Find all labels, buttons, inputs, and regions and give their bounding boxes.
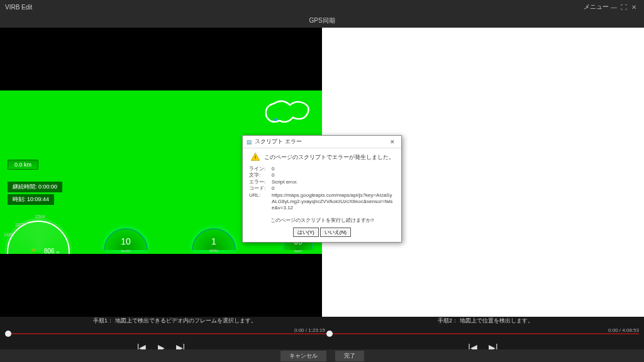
compass-gauge: 2344 1400 1875 W 806 m (4, 211, 73, 254)
time-left: 0:00 / 1:23:15 (294, 327, 325, 333)
warning-icon: ! (250, 152, 260, 162)
distance-badge: 0.0 km (8, 160, 38, 170)
dialog-no-button[interactable]: いいえ(N) (320, 228, 351, 237)
dialog-close-icon[interactable]: ✕ (387, 139, 397, 145)
time-right: 0:00 / 4:08:53 (608, 327, 639, 333)
page-title: GPS同期 (0, 14, 644, 28)
timeline-handle-left[interactable] (5, 331, 11, 337)
minimize-icon[interactable]: — (609, 4, 619, 11)
svg-text:!: ! (254, 155, 255, 160)
script-error-dialog: ▤ スクリプト エラー ✕ ! このページのスクリプトでエラーが発生しました。 … (242, 135, 402, 243)
done-button[interactable]: 完了 (335, 351, 364, 361)
duration-stat: 継続時間: 0:00:00 (8, 182, 62, 192)
page-icon: ▤ (247, 139, 252, 145)
timeline[interactable]: 0:00 / 1:23:15 0:00 / 4:08:53 (5, 329, 639, 338)
title-bar: VIRB Edit メニュー — ⛶ ✕ (0, 0, 644, 14)
dialog-question: このページのスクリプトを実行し続けますか? (249, 217, 395, 224)
error-details: ライン:0 文字:0 エラー:Script error. コード:0 URL:h… (249, 166, 395, 212)
timeline-handle-mid[interactable] (326, 331, 333, 337)
cancel-button[interactable]: キャンセル (280, 351, 326, 361)
dialog-message: このページのスクリプトでエラーが発生しました。 (264, 153, 394, 162)
close-icon[interactable]: ✕ (629, 4, 639, 11)
dialog-title: スクリプト エラー (255, 138, 387, 146)
speed-gauge: 10 km/H (101, 217, 151, 254)
app-name: VIRB Edit (5, 4, 32, 11)
svg-point-0 (274, 118, 277, 121)
menu-label[interactable]: メニュー (584, 3, 609, 11)
gps-track-icon (259, 96, 316, 127)
time-stat: 時刻: 10:09:44 (8, 194, 54, 205)
instruction-step-2: 手順2： 地図上で位置を検出します。 (438, 317, 533, 327)
maximize-icon[interactable]: ⛶ (619, 4, 629, 11)
dialog-yes-button[interactable]: はい(Y) (293, 228, 319, 237)
instruction-step-1: 手順1： 地図上で検出できるビデオ内のフレームを選択します。 (93, 317, 257, 327)
rpm-gauge: 1 RPM (189, 217, 239, 254)
footer-bar: キャンセル 完了 (0, 349, 644, 362)
